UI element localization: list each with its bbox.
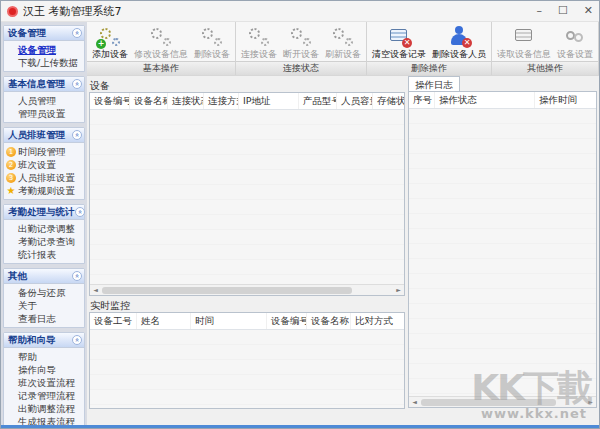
col-device-name[interactable]: 设备名称 (130, 93, 168, 109)
gears-icon (149, 25, 173, 47)
col-operation-time[interactable]: 操作时间 (535, 92, 595, 108)
col-serial[interactable]: 序号 (409, 92, 435, 108)
sidebar-item-personnel-schedule[interactable]: 3人员排班设置 (4, 171, 84, 184)
sidebar-item-adjust-flow[interactable]: 出勤调整流程 (4, 402, 84, 415)
collapse-chevron-icon[interactable]: « (72, 28, 82, 38)
scroll-left-icon[interactable]: ◄ (409, 397, 420, 407)
section-header-device-mgmt[interactable]: 设备管理 « (4, 26, 84, 41)
screen-clear-icon: ✕ (387, 25, 411, 47)
gears-add-icon: + (98, 25, 122, 47)
col-personnel-capacity[interactable]: 人员容量 (337, 93, 373, 109)
sidebar-item-device-mgmt[interactable]: 设备管理 (4, 43, 84, 56)
col-connection-status[interactable]: 连接状态 (168, 93, 204, 109)
col-device-worker-id[interactable]: 设备工号 (90, 313, 137, 329)
col-operation-status[interactable]: 操作状态 (435, 92, 535, 108)
sidebar-item-shift-flow[interactable]: 班次设置流程 (4, 376, 84, 389)
sidebar-item-personnel-mgmt[interactable]: 人员管理 (4, 94, 84, 107)
sidebar-section-processing: 考勤处理与统计 « 出勤记录调整 考勤记录查询 统计报表 (3, 204, 85, 264)
watermark-url: www.kkx.net (481, 406, 587, 421)
star-icon: ★ (6, 186, 16, 196)
collapse-chevron-icon[interactable]: « (72, 271, 82, 281)
refresh-device-button[interactable]: 刷新设备 (322, 24, 364, 61)
modify-device-info-button[interactable]: 修改设备信息 (131, 24, 191, 61)
device-panel-title: 设备 (90, 79, 110, 93)
toolbar-group-delete: ✕ 清空设备记录 ✕ 删除设备人员 删除操作 (367, 22, 492, 75)
minimize-button[interactable]: – (536, 2, 542, 20)
sidebar-section-help: 帮助和向导 « 帮助 操作向导 班次设置流程 记录管理流程 出勤调整流程 生成报… (3, 332, 85, 425)
sidebar-item-report-flow[interactable]: 生成报表流程 (4, 415, 84, 425)
bottom-accent-bar (1, 425, 599, 428)
monitor-table-body (90, 330, 404, 408)
sidebar-item-time-period[interactable]: 1时间段管理 (4, 145, 84, 158)
sidebar-section-scheduling: 人员排班管理 « 1时间段管理 2班次设置 3人员排班设置 ★考勤规则设置 (3, 127, 85, 200)
section-header-basic-info[interactable]: 基本信息管理 « (4, 77, 84, 92)
sidebar-item-view-log[interactable]: 查看日志 (4, 312, 84, 325)
scroll-thumb[interactable] (102, 287, 352, 294)
sidebar-item-statistics-report[interactable]: 统计报表 (4, 248, 84, 261)
ribbon-toolbar: + 添加设备 修改设备信息 删除设备 基本操作 连接设备 (87, 22, 599, 76)
step-3-badge: 3 (6, 173, 16, 183)
sidebar-item-record-flow[interactable]: 记录管理流程 (4, 389, 84, 402)
app-window: 汉王 考勤管理系统7 – ☐ ✕ + 添加设备 修改设备信息 删除设备 (0, 0, 600, 429)
col-device-number[interactable]: 设备编号 (90, 93, 130, 109)
device-table: 设备编号 设备名称 连接状态 连接方式 IP地址 产品型号 人员容量 存储状态 … (89, 92, 405, 296)
col-name[interactable]: 姓名 (137, 313, 191, 329)
col-ip-address[interactable]: IP地址 (239, 93, 299, 109)
maximize-button[interactable]: ☐ (558, 2, 568, 20)
sidebar-section-other: 其他 « 备份与还原 关于 查看日志 (3, 268, 85, 328)
col-device-number[interactable]: 设备编号 (267, 313, 307, 329)
col-time[interactable]: 时间 (191, 313, 267, 329)
toolbar-group-other: 读取设备信息 设备设置 其他操作 (492, 22, 599, 75)
sidebar-item-attendance-adjust[interactable]: 出勤记录调整 (4, 222, 84, 235)
col-storage-status[interactable]: 存储状态 (373, 93, 404, 109)
person-delete-icon: ✕ (447, 25, 471, 47)
section-header-other[interactable]: 其他 « (4, 269, 84, 284)
col-product-model[interactable]: 产品型号 (299, 93, 337, 109)
window-title: 汉王 考勤管理系统7 (23, 4, 122, 19)
clear-device-records-button[interactable]: ✕ 清空设备记录 (369, 24, 429, 61)
sidebar-item-attendance-query[interactable]: 考勤记录查询 (4, 235, 84, 248)
section-header-help[interactable]: 帮助和向导 « (4, 333, 84, 348)
sidebar-item-shift-settings[interactable]: 2班次设置 (4, 158, 84, 171)
scroll-right-icon[interactable]: ► (393, 285, 404, 295)
collapse-chevron-icon[interactable]: « (75, 207, 85, 217)
sidebar-item-help[interactable]: 帮助 (4, 350, 84, 363)
delete-device-button[interactable]: 删除设备 (191, 24, 233, 61)
sidebar-item-about[interactable]: 关于 (4, 299, 84, 312)
monitor-table-header: 设备工号 姓名 时间 设备编号 设备名称 比对方式 (90, 313, 404, 330)
scroll-left-icon[interactable]: ◄ (90, 285, 101, 295)
sidebar-item-backup-restore[interactable]: 备份与还原 (4, 286, 84, 299)
sidebar-item-wizard[interactable]: 操作向导 (4, 363, 84, 376)
device-settings-button[interactable]: 设备设置 (554, 24, 596, 61)
disconnect-device-button[interactable]: 断开设备 (280, 24, 322, 61)
gears-delete-icon (200, 25, 224, 47)
sidebar: 设备管理 « 设备管理 下载/上传数据 基本信息管理 « 人员管理 管理员设置 … (1, 22, 87, 425)
sidebar-section-basic-info: 基本信息管理 « 人员管理 管理员设置 (3, 76, 85, 123)
add-device-button[interactable]: + 添加设备 (89, 24, 131, 61)
operation-log-tab[interactable]: 操作日志 (408, 76, 460, 92)
section-header-processing[interactable]: 考勤处理与统计 « (4, 205, 84, 220)
col-compare-method[interactable]: 比对方式 (351, 313, 403, 329)
group-label-basic: 基本操作 (87, 61, 235, 75)
step-1-badge: 1 (6, 147, 16, 157)
sidebar-item-admin-settings[interactable]: 管理员设置 (4, 107, 84, 120)
collapse-chevron-icon[interactable]: « (72, 335, 82, 345)
section-header-scheduling[interactable]: 人员排班管理 « (4, 128, 84, 143)
log-table-body (409, 109, 596, 396)
sidebar-item-attendance-rules[interactable]: ★考勤规则设置 (4, 184, 84, 197)
toolbar-group-connection: 连接设备 断开设备 刷新设备 连接状态 (236, 22, 367, 75)
delete-device-personnel-button[interactable]: ✕ 删除设备人员 (429, 24, 489, 61)
col-connection-method[interactable]: 连接方式 (204, 93, 239, 109)
device-table-hscrollbar[interactable]: ◄ ► (90, 284, 404, 295)
col-device-name[interactable]: 设备名称 (307, 313, 351, 329)
read-device-info-button[interactable]: 读取设备信息 (494, 24, 554, 61)
close-button[interactable]: ✕ (584, 2, 593, 20)
chain-links-icon (563, 25, 587, 47)
collapse-chevron-icon[interactable]: « (72, 79, 82, 89)
collapse-chevron-icon[interactable]: « (72, 130, 82, 140)
sidebar-item-download-upload[interactable]: 下载/上传数据 (4, 56, 84, 69)
group-label-other: 其他操作 (492, 61, 598, 75)
connect-device-button[interactable]: 连接设备 (238, 24, 280, 61)
screen-icon (512, 25, 536, 47)
gears-icon (331, 25, 355, 47)
